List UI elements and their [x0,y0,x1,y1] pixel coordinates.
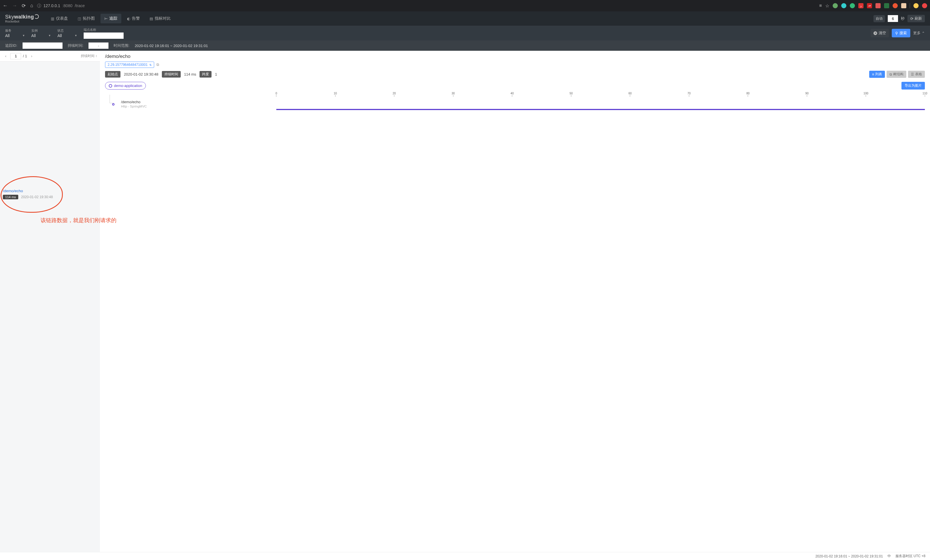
ruler-tick: 90 [805,92,808,97]
browser-chrome: ← → ⟳ ⌂ i 127.0.0.1:8080/trace ≡ ☆ 7 off [0,0,930,11]
alarm-icon: ◐ [127,17,130,21]
clear-label: 清空 [879,31,886,36]
trace-id-selector[interactable]: 2.29.15779646484710001 ⇅ [105,61,154,68]
trace-id-input[interactable] [23,43,63,49]
trace-list-item[interactable]: /demo/echo 114 ms 2020-01-02 19:30:48 [3,189,53,199]
app-chip-label: demo-application [114,84,142,88]
filter-instance-label: 实例 [31,29,51,33]
profile-avatar-icon[interactable] [913,3,919,8]
ext-icon-6[interactable] [876,3,881,8]
time-range-value: 2020-01-02 19:16:01 ~ 2020-01-02 19:31:0… [135,44,208,48]
left-pagination: ‹ / 1 › 持续时间 ↕ [0,51,100,61]
filter-service-value: All [5,33,10,38]
filter-service-label: 服务 [5,29,25,33]
refresh-label: 刷新 [915,16,922,21]
duration-value: 114 ms [184,72,196,77]
header-right: 自动 秒 ⟳刷新 [873,15,925,22]
refresh-button[interactable]: ⟳刷新 [907,15,925,22]
export-image-button[interactable]: 导出为图片 [901,82,925,89]
menu-lines-icon[interactable]: ≡ [819,3,822,8]
view-tree-button[interactable]: ⧉树结构 [887,71,906,78]
duration-input[interactable] [88,43,108,49]
footer-time-range[interactable]: 2020-01-02 19:16:01 ~ 2020-01-02 19:31:0… [815,554,883,558]
tree-icon: ⧉ [890,72,892,77]
app-header: Skywalking Rocketbot ▥仪表盘 ◫拓扑图 ⊢追踪 ◐告警 ▤… [0,11,930,26]
nav-metrics[interactable]: ▤指标对比 [146,14,175,23]
trace-item-time: 2020-01-02 19:30:48 [21,195,53,199]
trace-item-name: /demo/echo [3,189,53,193]
chevron-down-icon: ▾ [75,34,77,37]
span-row[interactable]: /demo/echo Http - SpringMVC [105,98,925,114]
page-current-input[interactable] [10,53,21,59]
duration-badge: 持续时间 [162,71,181,78]
ruler-tick: 70 [687,92,690,97]
ext-icon-10[interactable] [922,3,927,8]
seconds-label: 秒 [901,16,905,21]
search-icon: ⚲ [895,31,898,35]
copy-icon[interactable]: ⧉ [156,63,159,67]
page-prev-button[interactable]: ‹ [3,53,9,59]
ext-icon-3[interactable] [850,3,855,8]
list-icon: ≡ [872,72,874,77]
chevron-down-icon: ▾ [49,34,51,37]
footer-lang-toggle[interactable]: 中 [887,554,891,558]
ext-icon-7[interactable] [884,3,889,8]
view-list-label: 列表 [875,72,882,77]
span-bullet-icon [112,103,114,106]
logo-text-b: walking [14,14,34,20]
timeline: 0102030405060708090100110 /demo/echo Htt… [105,92,925,114]
auto-interval-input[interactable] [888,15,898,22]
divider [910,3,910,8]
ext-icon-4[interactable]: 7 [858,3,864,8]
ext-icon-5[interactable]: off [867,3,872,8]
app-chip[interactable]: demo-application [105,82,146,89]
more-toggle[interactable]: 更多⌃ [913,31,925,36]
trace-item-duration: 114 ms [3,195,18,199]
sort-toggle[interactable]: 持续时间 ↕ [81,54,97,58]
address-bar[interactable]: i 127.0.0.1:8080/trace [37,3,85,8]
span-name: /demo/echo [121,100,147,104]
start-value: 2020-01-02 19:30:48 [124,72,159,77]
ruler-tick: 40 [511,92,514,97]
reload-icon[interactable]: ⟳ [22,3,26,9]
view-list-button[interactable]: ≡列表 [869,71,885,78]
nav-topology[interactable]: ◫拓扑图 [74,14,99,23]
chevron-up-icon: ⌃ [922,31,925,35]
page-next-button[interactable]: › [29,53,35,59]
filter-endpoint-input[interactable] [84,32,123,39]
filter-endpoint: 端点名称 [84,28,123,39]
view-table-button[interactable]: ☰表格 [908,71,925,78]
chevron-down-icon: ▾ [23,34,25,37]
ext-icon-8[interactable] [893,3,898,8]
ruler-tick: 30 [451,92,455,97]
footer-tz[interactable]: 服务器时区 UTC +8 [895,554,925,558]
nav-trace[interactable]: ⊢追踪 [100,14,121,23]
filter-service[interactable]: 服务 All▾ [5,29,25,38]
clear-button[interactable]: ✕清空 [871,29,889,37]
metrics-icon: ▤ [149,17,153,21]
browser-extensions: ≡ ☆ 7 off [819,3,927,9]
span-bar-area [276,103,925,105]
circle-icon [109,84,112,87]
main-area: ‹ / 1 › 持续时间 ↕ /demo/echo 114 ms 2020-01… [0,51,930,552]
search-label: 搜索 [899,31,907,36]
nav-alarm[interactable]: ◐告警 [123,14,144,23]
forward-icon[interactable]: → [12,3,17,9]
star-icon[interactable]: ☆ [825,3,829,9]
auto-toggle[interactable]: 自动 [873,15,885,22]
ext-icon-1[interactable] [833,3,838,8]
ext-icon-2[interactable] [841,3,846,8]
ruler-tick: 10 [334,92,337,97]
span-tech: Http - SpringMVC [121,104,147,108]
home-icon[interactable]: ⌂ [30,3,33,9]
ext-icon-9[interactable] [901,3,906,8]
search-button[interactable]: ⚲搜索 [892,29,910,37]
filter-endpoint-label: 端点名称 [84,28,123,32]
timeline-ruler: 0102030405060708090100110 [276,92,925,98]
filter-state[interactable]: 状态 All▾ [57,29,77,38]
back-icon[interactable]: ← [3,3,8,9]
nav-dashboard[interactable]: ▥仪表盘 [47,14,72,23]
trace-title: /demo/echo [105,54,925,59]
dashboard-icon: ▥ [51,17,54,21]
filter-instance[interactable]: 实例 All▾ [31,29,51,38]
